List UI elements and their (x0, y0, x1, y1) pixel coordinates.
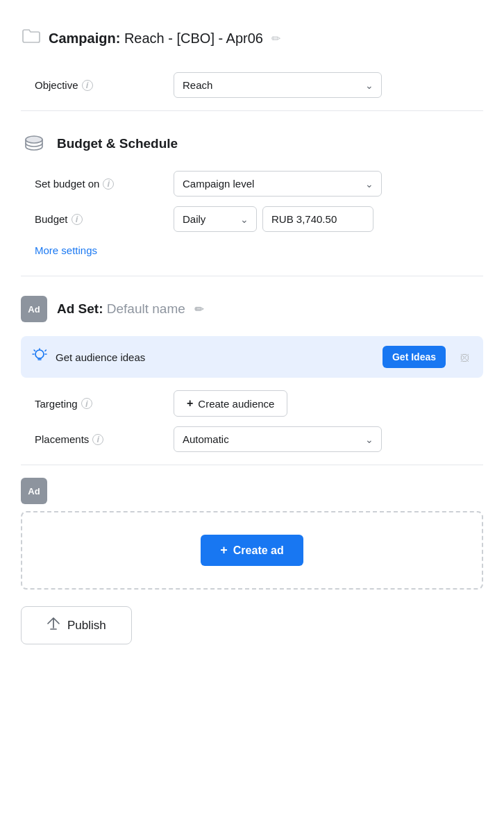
targeting-label-text: Targeting (35, 398, 78, 410)
ad-icon: Ad (21, 478, 47, 504)
more-settings-link[interactable]: More settings (21, 244, 97, 256)
objective-select[interactable]: Reach Awareness Traffic (174, 72, 382, 98)
create-ad-label: Create ad (233, 544, 284, 557)
divider-1 (21, 110, 483, 111)
objective-info-icon[interactable]: i (82, 80, 93, 91)
create-ad-plus-icon: + (220, 543, 228, 558)
publish-button[interactable]: Publish (21, 606, 132, 644)
objective-row: Objective i Reach Awareness Traffic ⌄ (21, 72, 483, 98)
budget-row: Budget i Daily Lifetime ⌄ RUB 3,740.50 (21, 206, 483, 232)
targeting-row: Targeting i + Create audience (21, 390, 483, 417)
placements-info-icon[interactable]: i (92, 434, 103, 445)
set-budget-select[interactable]: Campaign level Ad set level (174, 171, 382, 197)
placements-label-text: Placements (35, 433, 89, 445)
create-ad-button[interactable]: + Create ad (201, 535, 303, 566)
audience-ideas-banner: Get audience ideas Get Ideas ⦻ (21, 336, 483, 378)
placements-label: Placements i (35, 433, 174, 445)
budget-amount-input[interactable]: RUB 3,740.50 (262, 206, 373, 232)
create-audience-label: Create audience (198, 398, 274, 410)
set-budget-select-wrapper: Campaign level Ad set level ⌄ (174, 171, 382, 197)
set-budget-info-icon[interactable]: i (103, 178, 114, 190)
budget-schedule-title: Budget & Schedule (57, 136, 178, 151)
budget-label: Budget i (35, 213, 174, 225)
objective-label-text: Objective (35, 79, 78, 91)
create-audience-button[interactable]: + Create audience (174, 390, 287, 417)
targeting-info-icon[interactable]: i (81, 398, 92, 409)
edit-campaign-icon[interactable]: ✏ (271, 32, 280, 45)
adset-icon: Ad (21, 296, 47, 322)
publish-label: Publish (67, 619, 106, 633)
get-ideas-button[interactable]: Get Ideas (383, 346, 446, 368)
placements-row: Placements i Automatic Manual ⌄ (21, 426, 483, 452)
placements-select-wrapper: Automatic Manual ⌄ (174, 426, 382, 452)
svg-point-1 (35, 350, 44, 358)
objective-label: Objective i (35, 79, 174, 91)
audience-ideas-text: Get audience ideas (56, 351, 374, 363)
budget-type-select-wrapper: Daily Lifetime ⌄ (174, 206, 257, 232)
ad-icon-row: Ad (21, 478, 483, 504)
budget-controls: Daily Lifetime ⌄ RUB 3,740.50 (174, 206, 373, 232)
budget-type-select[interactable]: Daily Lifetime (174, 206, 257, 232)
budget-label-text: Budget (35, 213, 68, 225)
adset-title: Ad Set: Default name ✏ (57, 301, 203, 317)
campaign-label: Campaign: (49, 31, 120, 46)
budget-schedule-section: Budget & Schedule (21, 124, 483, 161)
campaign-header: Campaign: Reach - [CBO] - Apr06 ✏ (21, 14, 483, 62)
placements-select[interactable]: Automatic Manual (174, 426, 382, 452)
publish-icon (47, 617, 60, 634)
edit-adset-icon[interactable]: ✏ (194, 303, 203, 315)
targeting-label: Targeting i (35, 398, 174, 410)
divider-3 (21, 465, 483, 465)
bulb-icon (32, 348, 47, 367)
svg-point-0 (26, 136, 42, 143)
set-budget-row: Set budget on i Campaign level Ad set le… (21, 171, 483, 197)
budget-icon (21, 131, 47, 157)
adset-section-name: Default name (107, 301, 185, 316)
divider-2 (21, 276, 483, 276)
set-budget-label-text: Set budget on (35, 178, 99, 190)
set-budget-label: Set budget on i (35, 178, 174, 190)
budget-info-icon[interactable]: i (72, 214, 83, 225)
objective-select-wrapper: Reach Awareness Traffic ⌄ (174, 72, 382, 98)
folder-icon (21, 26, 40, 50)
adset-section-header: Ad Ad Set: Default name ✏ (21, 289, 483, 326)
plus-icon: + (187, 397, 193, 410)
create-ad-box: + Create ad (21, 511, 483, 590)
campaign-name: Reach - [CBO] - Apr06 (124, 31, 263, 46)
campaign-title: Campaign: Reach - [CBO] - Apr06 (49, 31, 263, 47)
close-banner-icon[interactable]: ⦻ (458, 349, 472, 365)
adset-section-label: Ad Set: (57, 301, 103, 316)
